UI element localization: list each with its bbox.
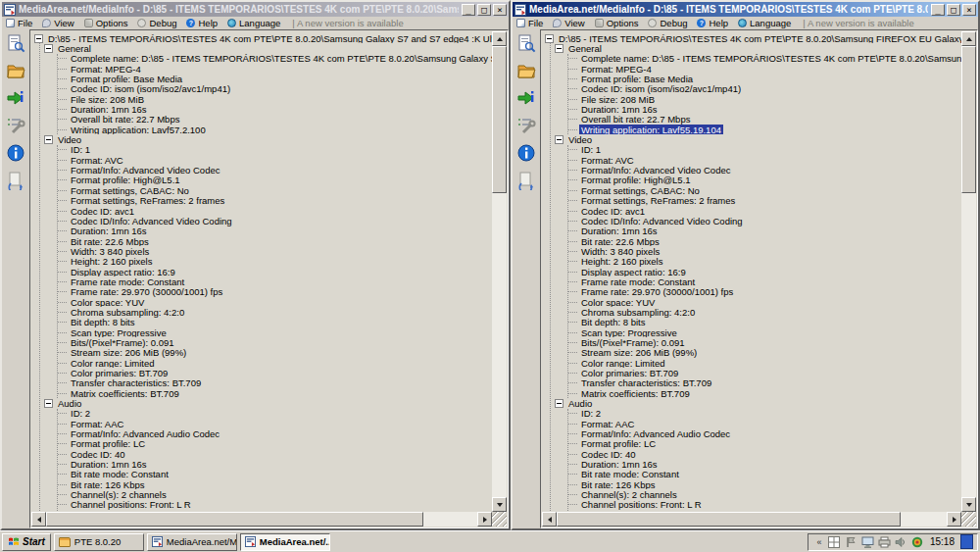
tree-item[interactable]: File size: 208 MiB (568, 94, 961, 104)
tree-item[interactable]: Stream size: 206 MiB (99%) (58, 348, 492, 358)
maximize-button[interactable]: □ (947, 4, 960, 16)
about-button[interactable] (514, 141, 538, 165)
tree-item[interactable]: Color primaries: BT.709 (58, 368, 492, 377)
tree-section[interactable]: Video (551, 134, 961, 144)
tree-item[interactable]: Width: 3 840 pixels (568, 246, 961, 256)
tree-item[interactable]: Frame rate: 29.970 (30000/1001) fps (58, 287, 492, 297)
tree-item[interactable]: Duration: 1mn 16s (58, 459, 492, 469)
tree-item[interactable]: Chroma subsampling: 4:2:0 (568, 307, 961, 317)
resize-grip[interactable] (961, 512, 976, 527)
menu-language[interactable]: Language (738, 18, 791, 28)
tree-item[interactable]: Format: AAC (58, 419, 492, 428)
color-app-icon[interactable] (911, 535, 924, 548)
tree-item[interactable]: ID: 2 (568, 409, 961, 419)
tree-item[interactable]: Format/Info: Advanced Video Codec (58, 165, 492, 175)
tree-item[interactable]: Codec ID: isom (isom/iso2/avc1/mp41) (568, 84, 961, 94)
options-tools-button[interactable] (514, 114, 538, 137)
scroll-left-button[interactable] (542, 512, 557, 527)
tree-item[interactable]: Display aspect ratio: 16:9 (568, 267, 961, 276)
scroll-left-button[interactable] (31, 512, 46, 527)
tree-item[interactable]: Format settings, ReFrames: 2 frames (568, 196, 961, 206)
menu-help[interactable]: ?Help (697, 18, 728, 28)
tree-item[interactable]: Format/Info: Advanced Audio Codec (58, 428, 492, 438)
tree-item[interactable]: Overall bit rate: 22.7 Mbps (58, 115, 492, 125)
scroll-up-button[interactable] (492, 31, 507, 46)
tree-item[interactable]: Stream size: 206 MiB (99%) (568, 348, 961, 358)
tree-item[interactable]: Height: 2 160 pixels (58, 257, 492, 267)
tree-item[interactable]: Color space: YUV (58, 297, 492, 307)
tree-item[interactable]: File size: 208 MiB (58, 94, 492, 104)
close-button[interactable]: × (493, 4, 507, 16)
minimize-button[interactable]: _ (462, 4, 475, 16)
menu-language[interactable]: Language (227, 18, 280, 28)
collapse-box-icon[interactable] (34, 34, 43, 43)
tree-item[interactable]: Channel positions: Front: L R (58, 500, 492, 510)
flag-icon[interactable] (845, 535, 858, 548)
options-tools-button[interactable] (4, 114, 27, 137)
tree-item[interactable]: Color range: Limited (58, 358, 492, 368)
menu-options[interactable]: Options (84, 18, 128, 28)
tree-item[interactable]: Frame rate: 29.970 (30000/1001) fps (568, 287, 961, 297)
title-bar[interactable]: MediaArea.net/MediaInfo - D:\85 - ITEMS … (513, 2, 978, 17)
tree-item[interactable]: Transfer characteristics: BT.709 (58, 378, 492, 388)
horizontal-scroll-thumb[interactable] (46, 512, 423, 527)
menu-file[interactable]: File (6, 18, 32, 28)
scroll-right-button[interactable] (947, 512, 961, 527)
menu-file[interactable]: File (516, 18, 543, 28)
menu-debug[interactable]: Debug (648, 18, 687, 28)
tree-item[interactable]: Writing application: Lavf57.2.100 (58, 125, 492, 134)
tree-root[interactable]: D:\85 - ITEMS TEMPORÁRIOS\TESTES 4K com … (31, 33, 492, 43)
tree-item[interactable]: Transfer characteristics: BT.709 (568, 378, 961, 388)
tree-item[interactable]: Channel(s): 2 channels (568, 489, 961, 499)
scroll-right-button[interactable] (477, 512, 492, 527)
scroll-down-button[interactable] (492, 497, 507, 512)
vertical-scrollbar[interactable] (961, 31, 976, 512)
tree-root[interactable]: D:\85 - ITEMS TEMPORÁRIOS\TESTES 4K com … (542, 33, 961, 43)
open-folder-button[interactable] (514, 59, 538, 82)
tree-item[interactable]: Matrix coefficients: BT.709 (58, 388, 492, 398)
tree-section[interactable]: General (551, 43, 961, 53)
tree-item[interactable]: Display aspect ratio: 16:9 (58, 267, 492, 276)
tree-item[interactable]: Bit rate mode: Constant (58, 470, 492, 479)
tree-item[interactable]: ID: 1 (568, 145, 961, 155)
tree-item[interactable]: ID: 2 (58, 409, 492, 419)
window-grid-icon[interactable] (828, 535, 841, 548)
tree-item[interactable]: Codec ID: avc1 (568, 206, 961, 216)
menu-debug[interactable]: Debug (137, 18, 176, 28)
tree-item[interactable]: Frame rate mode: Constant (568, 276, 961, 286)
tree-section[interactable]: General (40, 43, 492, 53)
collapse-box-icon[interactable] (545, 34, 554, 43)
horizontal-scrollbar[interactable] (542, 512, 961, 527)
taskbar-button-pte[interactable]: PTE 8.0.20 (54, 533, 144, 551)
tree-item[interactable]: Scan type: Progressive (568, 327, 961, 337)
tree-item[interactable]: Frame rate mode: Constant (58, 276, 492, 286)
taskbar-button-mediainfo-2-active[interactable]: MediaArea.net/... (240, 533, 330, 551)
import-info-button[interactable] (514, 86, 538, 110)
open-folder-button[interactable] (4, 59, 27, 82)
title-bar[interactable]: MediaArea.net/MediaInfo - D:\85 - ITEMS … (2, 2, 509, 17)
tree-item[interactable]: Bit rate: 126 Kbps (58, 479, 492, 489)
vertical-scroll-thumb[interactable] (492, 46, 507, 193)
horizontal-scrollbar[interactable] (31, 512, 492, 527)
volume-icon[interactable] (895, 535, 907, 548)
tree-item[interactable]: Format: AVC (568, 155, 961, 165)
tree-item[interactable]: Format settings, CABAC: No (568, 185, 961, 195)
hide-icons-chevron[interactable]: « (814, 537, 824, 547)
menu-help[interactable]: ?Help (186, 18, 218, 28)
tree-item[interactable]: Bit depth: 8 bits (568, 318, 961, 327)
horizontal-scroll-thumb[interactable] (557, 512, 901, 527)
tree-item[interactable]: Format: MPEG-4 (58, 64, 492, 74)
about-button[interactable] (4, 141, 27, 165)
tree-item[interactable]: Scan type: Progressive (58, 327, 492, 337)
tree-item[interactable]: Duration: 1mn 16s (568, 226, 961, 236)
tree-item[interactable]: Codec ID/Info: Advanced Video Coding (58, 216, 492, 226)
tree-section[interactable]: Video (40, 134, 492, 144)
tree-item[interactable]: Channel(s): 2 channels (58, 489, 492, 499)
maximize-button[interactable]: □ (477, 4, 491, 16)
tree-item[interactable]: Duration: 1mn 16s (568, 104, 961, 114)
tree-item[interactable]: Format/Info: Advanced Video Codec (568, 165, 961, 175)
tree-item[interactable]: Codec ID: 40 (58, 449, 492, 459)
web-update-button[interactable] (4, 169, 27, 192)
tree-item[interactable]: Height: 2 160 pixels (568, 257, 961, 267)
import-info-button[interactable] (4, 86, 27, 110)
